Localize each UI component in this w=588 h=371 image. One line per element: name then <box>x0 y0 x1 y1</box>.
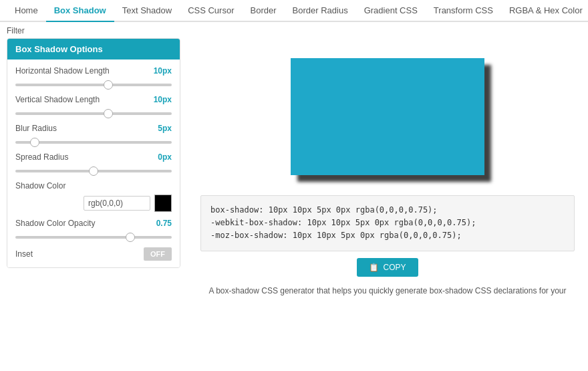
opacity-value: 0.75 <box>156 219 172 228</box>
vertical-shadow-label-row: Vertical Shadow Length 10px <box>15 95 172 104</box>
horizontal-shadow-slider[interactable] <box>15 84 172 86</box>
description-text: A box-shadow CSS generator that helps yo… <box>200 286 575 295</box>
shadow-color-label: Shadow Color <box>15 181 65 191</box>
vertical-shadow-slider[interactable] <box>15 112 172 115</box>
code-line-3: -moz-box-shadow: 10px 10px 5px 0px rgba(… <box>210 229 565 242</box>
horizontal-shadow-label-row: Horizontal Shadow Length 10px <box>15 66 172 76</box>
horizontal-shadow-row: Horizontal Shadow Length 10px <box>15 66 172 88</box>
shadow-color-input[interactable] <box>84 196 150 211</box>
horizontal-shadow-value: 10px <box>154 66 172 76</box>
options-body: Horizontal Shadow Length 10px Vertical S… <box>7 59 180 267</box>
nav-item-box-shadow[interactable]: Box Shadow <box>46 0 114 22</box>
nav-bar: Home Box Shadow Text Shadow CSS Cursor B… <box>0 0 588 22</box>
code-output: box-shadow: 10px 10px 5px 0px rgba(0,0,0… <box>200 195 575 251</box>
options-header: Box Shadow Options <box>7 39 180 59</box>
preview-area <box>200 45 575 195</box>
code-line-2: -webkit-box-shadow: 10px 10px 5px 0px rg… <box>210 217 565 229</box>
main-layout: Box Shadow Options Horizontal Shadow Len… <box>0 38 588 302</box>
color-input-group <box>15 195 172 212</box>
nav-item-text-shadow[interactable]: Text Shadow <box>114 0 180 21</box>
spread-radius-value: 0px <box>158 152 172 162</box>
copy-icon: 📋 <box>369 263 379 272</box>
color-swatch[interactable] <box>154 195 172 212</box>
vertical-shadow-label: Vertical Shadow Length <box>15 95 100 104</box>
blur-radius-slider[interactable] <box>15 141 172 144</box>
right-panel: box-shadow: 10px 10px 5px 0px rgba(0,0,0… <box>187 38 588 302</box>
blur-radius-value: 5px <box>158 124 172 133</box>
spread-radius-label: Spread Radius <box>15 152 68 162</box>
opacity-slider[interactable] <box>15 236 172 239</box>
copy-button-label: COPY <box>383 263 406 272</box>
shadow-color-label-row: Shadow Color <box>15 181 172 191</box>
inset-label: Inset <box>15 249 33 259</box>
left-panel: Box Shadow Options Horizontal Shadow Len… <box>0 38 187 302</box>
opacity-label-row: Shadow Color Opacity 0.75 <box>15 219 172 228</box>
options-card: Box Shadow Options Horizontal Shadow Len… <box>7 38 180 268</box>
vertical-shadow-value: 10px <box>154 95 172 104</box>
inset-toggle[interactable]: OFF <box>144 247 172 261</box>
opacity-row: Shadow Color Opacity 0.75 <box>15 219 172 241</box>
nav-item-transform-css[interactable]: Transform CSS <box>426 0 501 21</box>
shadow-color-row: Shadow Color <box>15 181 172 212</box>
nav-item-rgba-hex[interactable]: RGBA & Hex Color <box>501 0 588 21</box>
nav-item-border-radius[interactable]: Border Radius <box>285 0 356 21</box>
filter-label: Filter <box>0 22 588 38</box>
preview-box <box>291 58 484 175</box>
spread-radius-row: Spread Radius 0px <box>15 152 172 174</box>
copy-button[interactable]: 📋 COPY <box>357 258 418 277</box>
blur-radius-label: Blur Radius <box>15 124 57 133</box>
code-line-1: box-shadow: 10px 10px 5px 0px rgba(0,0,0… <box>210 204 565 217</box>
blur-radius-label-row: Blur Radius 5px <box>15 124 172 133</box>
nav-item-border[interactable]: Border <box>243 0 285 21</box>
nav-item-home[interactable]: Home <box>7 0 46 21</box>
blur-radius-row: Blur Radius 5px <box>15 124 172 146</box>
vertical-shadow-row: Vertical Shadow Length 10px <box>15 95 172 117</box>
nav-item-gradient-css[interactable]: Gradient CSS <box>356 0 426 21</box>
spread-radius-label-row: Spread Radius 0px <box>15 152 172 162</box>
spread-radius-slider[interactable] <box>15 170 172 172</box>
horizontal-shadow-label: Horizontal Shadow Length <box>15 66 110 76</box>
opacity-label: Shadow Color Opacity <box>15 219 95 228</box>
inset-row: Inset OFF <box>15 247 172 261</box>
nav-item-css-cursor[interactable]: CSS Cursor <box>180 0 242 21</box>
